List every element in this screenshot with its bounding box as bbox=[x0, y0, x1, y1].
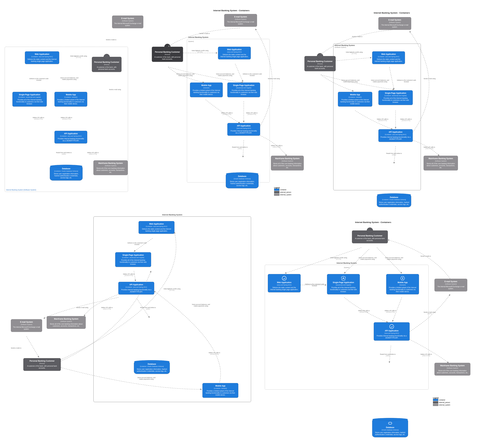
d2-boundary-name: Internet Banking System bbox=[188, 36, 208, 38]
d4-rel-cu-spa: Views account balances, and makes paymen… bbox=[190, 304, 212, 307]
d5-rel-visits: Visits bigbank.com/ib using[HTTPS] bbox=[330, 257, 347, 260]
xamarin-icon bbox=[400, 276, 405, 281]
d1-web: Web Application [Container: Java and Spr… bbox=[25, 51, 59, 64]
legend-swatch-person bbox=[433, 401, 438, 403]
d4-web: Web Application [Container: Java and Spr… bbox=[139, 221, 175, 234]
d3-customer: Personal Banking Customer [Person] A cus… bbox=[304, 56, 336, 71]
d3-rel-api-db: Reads from and writes to[JDBC] bbox=[386, 152, 402, 156]
d1-rel-web-spa: Delivers to the customer's web browser bbox=[28, 78, 50, 81]
legend-swatch-container bbox=[433, 399, 438, 401]
person-icon bbox=[367, 227, 373, 234]
d1-customer: Personal Banking Customer [Person] A cus… bbox=[92, 57, 121, 72]
spring-icon bbox=[282, 276, 287, 281]
d4-rel-spa-api: Makes API calls to[JSON/HTTPS] bbox=[123, 273, 135, 276]
legend-title: Legend bbox=[433, 397, 450, 399]
d5-api: API Application [Java and Spring MVC] Pr… bbox=[374, 322, 410, 341]
d5-mainframe: Mainframe Banking System [Software Syste… bbox=[434, 363, 470, 376]
d4-rel-cu-mob: Views account balances, and makes paymen… bbox=[136, 377, 157, 380]
d1-api-desc: Provides Internet banking functionality … bbox=[56, 138, 85, 142]
d4-mainframe: Mainframe Banking System [Software Syste… bbox=[47, 316, 86, 329]
d1-rel-mob-api: Makes API calls to[JSON/HTTPS] bbox=[61, 117, 72, 120]
legend-swatch-person bbox=[274, 191, 279, 193]
d2-rel-visits: Visits bigbank.com/ib using[HTTPS] bbox=[192, 50, 208, 53]
d1-mainframe: Mainframe Banking System [Software Syste… bbox=[93, 160, 128, 175]
d1-web-sub: [Container: Java and Spring MVC] bbox=[27, 56, 57, 58]
legend-swatch-container bbox=[274, 189, 279, 191]
d3-rel-cu-mob: Views account balances, and makes paymen… bbox=[340, 80, 361, 82]
d2-customer: Personal Banking Customer [Person] A cus… bbox=[152, 47, 183, 62]
d1-email-desc: The internal Microsoft Exchange e-mail s… bbox=[114, 22, 141, 26]
d2-db: Database [Oracle Database Schema] Stores… bbox=[226, 174, 258, 188]
d5-boundary-sub: [System] bbox=[344, 267, 349, 268]
d3-rel-mob-api: Makes API calls to[JSON/HTTPS] bbox=[377, 118, 388, 121]
d2-rel-api-db: Reads from and writes to[JDBC] bbox=[232, 146, 248, 149]
d4-db: Database [Container: Oracle Database Sch… bbox=[134, 361, 170, 374]
d2-legend: Legend container external_person externa… bbox=[274, 187, 291, 196]
d4-api: API Application [Container: Java and Spr… bbox=[118, 282, 154, 295]
d1-db-desc: Stores user registration information, ha… bbox=[52, 173, 80, 179]
d5-legend: Legend container external_person externa… bbox=[433, 397, 450, 406]
d1-mobile-desc: Provides a limited subset of the Interne… bbox=[56, 99, 85, 105]
d1-mainframe-title: Mainframe Banking System bbox=[96, 162, 126, 165]
d2-mobile: Mobile App [Xamarin] Provides a limited … bbox=[190, 82, 223, 97]
d1-boundary-caption: Internet Banking System [Software System… bbox=[6, 189, 36, 191]
angular-icon bbox=[341, 276, 346, 281]
legend-swatch-system bbox=[433, 404, 438, 406]
d1-api: API Application [Container: Java and Spr… bbox=[55, 131, 87, 144]
d3-mainframe: Mainframe Banking System [Software Syste… bbox=[424, 156, 458, 170]
d2-rel-web-spa: Delivers to the customer's web browser bbox=[241, 73, 263, 76]
d5-spa: Single-Page Application [JavaScript and … bbox=[327, 274, 360, 294]
d1-email-sub: [Software System] bbox=[114, 20, 141, 22]
d1-rel-api-mf: Makes API calls to[XML/HTTPS] bbox=[87, 152, 99, 155]
spring-icon bbox=[389, 324, 394, 329]
d3-rel-web-spa: Delivers to the customer's web browser bbox=[396, 80, 417, 82]
d2-rel-mob-api: Makes API calls to[JSON/HTTPS] bbox=[221, 112, 233, 115]
d2-rel-email: Sends e-mails to bbox=[199, 33, 210, 34]
d2-api: API Application [Java and Spring MVC] Pr… bbox=[227, 123, 260, 136]
d5-rel-cu-spa: Views account balances, and makes paymen… bbox=[357, 257, 378, 260]
d5-customer: Personal Banking Customer A customer of … bbox=[352, 231, 388, 243]
d4-rel-api-db: Reads from and writes to[JDBC] bbox=[140, 307, 156, 310]
d2-rel-cu-spa: Views account balances, and makes paymen… bbox=[214, 73, 236, 76]
d1-api-sub: [Container: Java and Spring MVC] bbox=[56, 135, 85, 137]
d1-spa: Single-Page Application [Container: Java… bbox=[12, 92, 47, 106]
legend-label-container: container bbox=[280, 189, 287, 191]
legend-label-person: external_person bbox=[280, 191, 291, 193]
d1-web-title: Web Application bbox=[27, 53, 57, 56]
d5-title: Internet Banking System - Containers bbox=[355, 221, 391, 224]
person-icon bbox=[317, 53, 323, 59]
d4-mobile: Mobile App [Container: Xamarin] Provides… bbox=[202, 383, 238, 398]
d1-api-title: API Application bbox=[56, 133, 85, 135]
d2-mainframe: Mainframe Banking System [Software Syste… bbox=[271, 156, 304, 170]
d4-boundary: Internet Banking System bbox=[93, 216, 251, 402]
d2-web: Web Application [Java and Spring MVC] De… bbox=[218, 47, 251, 59]
d2-rel-api-email: Sends e-mail using bbox=[268, 78, 280, 80]
person-icon bbox=[164, 44, 171, 50]
d3-email: E-mail System [Software System] The inte… bbox=[378, 17, 411, 30]
legend-label-system: external_system bbox=[280, 194, 291, 196]
d2-rel-api-mf: Makes API calls to[XML/HTTPS] bbox=[271, 145, 282, 148]
d4-rel-web-spa: Delivers to the customer's web browser bbox=[126, 242, 148, 245]
svg-rect-2 bbox=[388, 422, 392, 424]
d1-customer-desc: A customer of the bank, with personal ba… bbox=[94, 66, 120, 70]
d3-boundary-sub: [Software System] bbox=[335, 47, 346, 48]
d1-spa-sub: [Container: JavaScript and Angular] bbox=[15, 96, 45, 98]
d1-customer-sub: [Person] bbox=[94, 64, 120, 66]
d3-rel-email: Sends e-mails to bbox=[352, 36, 362, 37]
d3-mobile: Mobile App [Container: Xamarin] Provides… bbox=[338, 92, 372, 106]
d1-mainframe-desc: Stores all of the core banking informati… bbox=[96, 167, 126, 173]
canvas: Internet Banking System [Software System… bbox=[3, 3, 487, 448]
d5-rel-api-email: Sends e-mail using[SMTP] bbox=[424, 312, 436, 314]
d1-spa-desc: Provides all of the Internet banking fun… bbox=[15, 99, 45, 105]
d1-db-title: Database bbox=[52, 168, 80, 170]
d4-rel-api-email: Sends e-mail using bbox=[76, 307, 88, 308]
d5-rel-api-mf: Makes API calls to[XML/HTTPS] bbox=[421, 353, 432, 356]
d3-db: Database [Container: Oracle Database Sch… bbox=[377, 194, 411, 207]
d1-db: Database [Container: Oracle Database Sch… bbox=[50, 166, 83, 180]
d5-mobile: Mobile App [Xamarin] Provides a limited … bbox=[386, 274, 419, 294]
d3-web: Web Application [Container: Java and Spr… bbox=[372, 51, 405, 64]
d2-email: E-mail System [Software System] The inte… bbox=[224, 14, 257, 27]
d4-rel-api-mf: Makes API calls to[XML/HTTPS] bbox=[101, 307, 113, 310]
d1-rel-email: Sends e-mails to bbox=[106, 39, 116, 40]
d1-spa-title: Single-Page Application bbox=[15, 94, 45, 96]
